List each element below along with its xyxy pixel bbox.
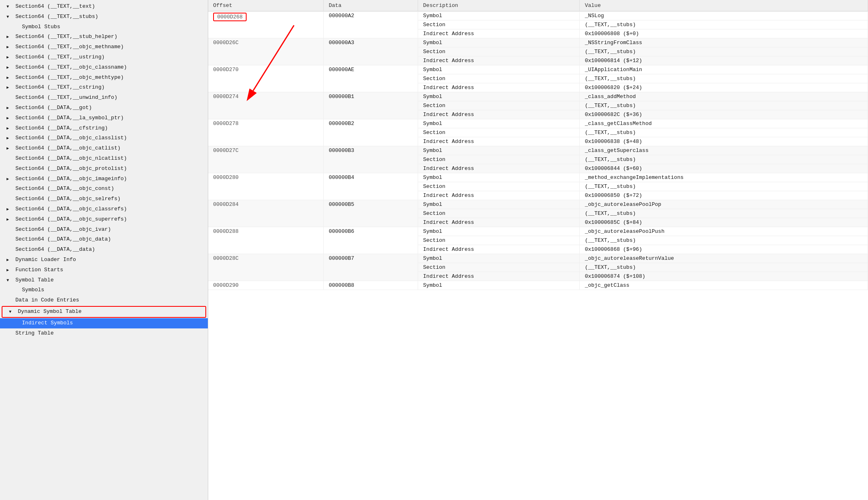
sidebar-item-indirect-symbols[interactable]: Indirect Symbols	[0, 318, 208, 328]
sidebar-item-section64-data-la-symbol-ptr[interactable]: Section64 (__DATA,__la_symbol_ptr)	[0, 113, 208, 123]
sidebar-item-dynamic-symbol-table[interactable]: Dynamic Symbol Table	[2, 306, 206, 318]
description-cell: Indirect Address	[418, 137, 580, 146]
sidebar-item-label: Section64 (__DATA,__objc_data)	[16, 236, 111, 242]
sidebar-item-section64-data-objc-catlist[interactable]: Section64 (__DATA,__objc_catlist)	[0, 143, 208, 154]
description-cell: Section	[418, 236, 580, 245]
sidebar: Section64 (__TEXT,__text) Section64 (__T…	[0, 0, 208, 500]
table-row: 0000D28C000000B7Symbol_objc_autoreleaseR…	[208, 254, 868, 263]
data-cell: 000000B5	[324, 200, 418, 227]
value-cell: _class_getSuperclass	[580, 146, 868, 155]
expand-icon	[7, 175, 12, 183]
value-cell: _class_getClassMethod	[580, 119, 868, 128]
sidebar-item-section64-data-objc-classlist[interactable]: Section64 (__DATA,__objc_classlist)	[0, 133, 208, 143]
expand-icon	[7, 13, 12, 21]
sidebar-item-label: Symbol Table	[16, 277, 54, 283]
sidebar-item-section64-data-got[interactable]: Section64 (__DATA,__got)	[0, 103, 208, 113]
expand-icon	[7, 144, 12, 153]
sidebar-item-label: String Table	[16, 330, 54, 336]
sidebar-item-section64-text-text[interactable]: Section64 (__TEXT,__text)	[0, 2, 208, 12]
sidebar-item-label: Section64 (__TEXT,__stubs)	[16, 13, 98, 20]
description-cell: Indirect Address	[418, 56, 580, 65]
sidebar-item-label: Function Starts	[16, 267, 63, 273]
sidebar-item-section64-text-objc-methtype[interactable]: Section64 (__TEXT,__objc_methtype)	[0, 73, 208, 83]
description-cell: Symbol	[418, 146, 580, 155]
expand-icon	[7, 124, 12, 133]
value-cell: 0x100006838 ($+48)	[580, 137, 868, 146]
description-cell: Symbol	[418, 281, 580, 290]
expand-icon	[7, 2, 12, 11]
expand-icon	[7, 104, 12, 112]
sidebar-item-section64-data-objc-protolist[interactable]: Section64 (__DATA,__objc_protolist)	[0, 164, 208, 174]
sidebar-item-section64-data-objc-classrefs[interactable]: Section64 (__DATA,__objc_classrefs)	[0, 204, 208, 214]
sidebar-item-section64-text-objc-methname[interactable]: Section64 (__TEXT,__objc_methname)	[0, 42, 208, 52]
sidebar-item-label: Section64 (__DATA,__objc_classrefs)	[16, 206, 127, 212]
value-cell: (__TEXT,__stubs)	[580, 20, 868, 29]
description-cell: Indirect Address	[418, 245, 580, 254]
table-row: 0000D290000000B8Symbol_objc_getClass	[208, 281, 868, 290]
offset-cell: 0000D28C	[208, 254, 324, 281]
sidebar-item-function-starts[interactable]: Function Starts	[0, 265, 208, 275]
sidebar-item-label: Section64 (__TEXT,__objc_methtype)	[16, 74, 124, 80]
sidebar-item-symbol-table[interactable]: Symbol Table	[0, 275, 208, 286]
highlighted-offset: 0000D268	[213, 13, 247, 21]
sidebar-item-section64-data-data[interactable]: Section64 (__DATA,__data)	[0, 245, 208, 255]
description-cell: Section	[418, 263, 580, 272]
sidebar-item-symbol-stubs[interactable]: Symbol Stubs	[0, 22, 208, 32]
sidebar-item-section64-text-stubs[interactable]: Section64 (__TEXT,__stubs)	[0, 12, 208, 22]
sidebar-item-label: Section64 (__DATA,__objc_catlist)	[16, 145, 120, 151]
col-data: Data	[324, 0, 418, 11]
sidebar-item-section64-data-objc-ivar[interactable]: Section64 (__DATA,__objc_ivar)	[0, 225, 208, 235]
description-cell: Indirect Address	[418, 191, 580, 200]
sidebar-item-label: Section64 (__TEXT,__unwind_info)	[16, 94, 118, 100]
sidebar-item-section64-text-ustring[interactable]: Section64 (__TEXT,__ustring)	[0, 52, 208, 62]
description-cell: Section	[418, 20, 580, 29]
description-cell: Section	[418, 74, 580, 83]
sidebar-item-symbols[interactable]: Symbols	[0, 285, 208, 295]
sidebar-item-section64-text-unwind-info[interactable]: Section64 (__TEXT,__unwind_info)	[0, 93, 208, 103]
table-body: 0000D268000000A2Symbol_NSLogSection(__TE…	[208, 11, 868, 290]
table-row: 0000D278000000B2Symbol_class_getClassMet…	[208, 119, 868, 128]
sidebar-item-dynamic-loader-info[interactable]: Dynamic Loader Info	[0, 255, 208, 265]
description-cell: Section	[418, 128, 580, 137]
sidebar-item-section64-data-objc-nlcatlist[interactable]: Section64 (__DATA,__objc_nlcatlist)	[0, 154, 208, 164]
sidebar-item-label: Section64 (__DATA,__objc_ivar)	[16, 226, 111, 232]
sidebar-item-section64-data-objc-superrefs[interactable]: Section64 (__DATA,__objc_superrefs)	[0, 214, 208, 225]
expand-icon	[7, 205, 12, 214]
value-cell: (__TEXT,__stubs)	[580, 128, 868, 137]
expand-icon	[7, 33, 12, 41]
sidebar-item-section64-data-objc-const[interactable]: Section64 (__DATA,__objc_const)	[0, 184, 208, 194]
sidebar-item-label: Section64 (__DATA,__data)	[16, 246, 95, 252]
value-cell: (__TEXT,__stubs)	[580, 209, 868, 218]
sidebar-item-section64-data-objc-data[interactable]: Section64 (__DATA,__objc_data)	[0, 234, 208, 245]
sidebar-item-label: Section64 (__DATA,__objc_const)	[16, 185, 114, 192]
value-cell: _class_addMethod	[580, 92, 868, 101]
offset-cell: 0000D26C	[208, 38, 324, 65]
sidebar-item-section64-data-cfstring[interactable]: Section64 (__DATA,__cfstring)	[0, 123, 208, 134]
value-cell: _UIApplicationMain	[580, 65, 868, 74]
sidebar-item-section64-text-cstring[interactable]: Section64 (__TEXT,__cstring)	[0, 83, 208, 93]
expand-icon	[7, 276, 12, 285]
sidebar-item-label: Section64 (__DATA,__objc_selrefs)	[16, 196, 120, 202]
sidebar-item-label: Section64 (__DATA,__objc_classlist)	[16, 135, 127, 141]
description-cell: Symbol	[418, 173, 580, 182]
table-row: 0000D270000000AESymbol_UIApplicationMain	[208, 65, 868, 74]
sidebar-item-section64-data-objc-selrefs[interactable]: Section64 (__DATA,__objc_selrefs)	[0, 194, 208, 204]
sidebar-item-string-table[interactable]: String Table	[0, 328, 208, 339]
description-cell: Indirect Address	[418, 218, 580, 227]
value-cell: 0x100006808 ($+0)	[580, 29, 868, 38]
expand-icon	[7, 74, 12, 82]
data-cell: 000000B7	[324, 254, 418, 281]
value-cell: 0x10000685C ($+84)	[580, 218, 868, 227]
expand-icon	[7, 43, 12, 51]
description-cell: Section	[418, 209, 580, 218]
sidebar-item-section64-text-stub-helper[interactable]: Section64 (__TEXT,__stub_helper)	[0, 32, 208, 42]
sidebar-item-label: Indirect Symbols	[22, 320, 73, 326]
description-cell: Symbol	[418, 11, 580, 20]
value-cell: _objc_autoreleasePoolPop	[580, 200, 868, 209]
sidebar-item-section64-text-objc-classname[interactable]: Section64 (__TEXT,__objc_classname)	[0, 62, 208, 73]
sidebar-item-label: Section64 (__DATA,__objc_nlcatlist)	[16, 155, 127, 161]
sidebar-item-section64-data-objc-imageinfo[interactable]: Section64 (__DATA,__objc_imageinfo)	[0, 174, 208, 184]
value-cell: (__TEXT,__stubs)	[580, 236, 868, 245]
sidebar-item-data-in-code-entries[interactable]: Data in Code Entries	[0, 295, 208, 306]
main-content: Offset Data Description Value 0000D26800…	[208, 0, 868, 500]
